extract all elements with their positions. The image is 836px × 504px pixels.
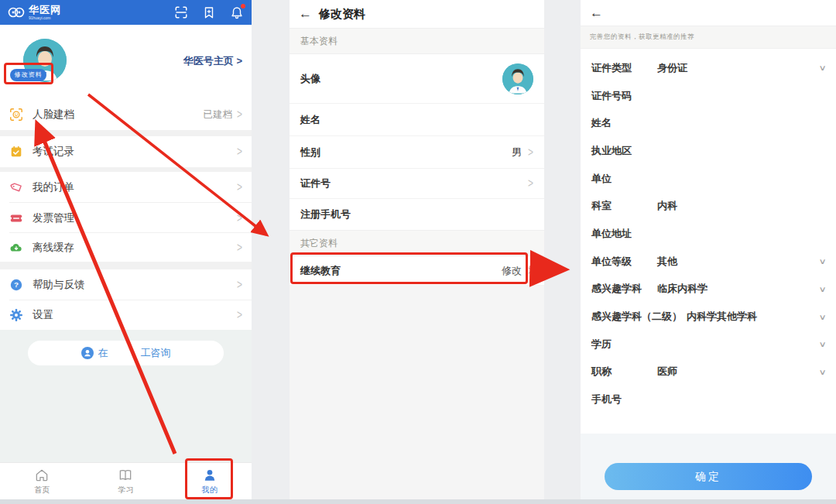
menu-item-offline-cache[interactable]: 离线缓存 > <box>0 233 252 262</box>
settings-gear-icon <box>9 308 23 322</box>
annotation-box-edit-profile <box>4 63 53 84</box>
field-label: 证件号码 <box>591 89 657 103</box>
chevron-right-icon: > <box>528 177 533 190</box>
field-label: 科室 <box>591 199 657 213</box>
row-name[interactable]: 姓名 <box>290 104 544 136</box>
tab-home[interactable]: 首页 <box>0 463 84 499</box>
study-book-icon <box>118 468 133 483</box>
menu-label: 我的订单 <box>33 180 74 194</box>
menu-label: 人脸建档 <box>33 108 74 122</box>
consult-label-suffix: 工咨询 <box>141 346 171 360</box>
app-title: 华医网 <box>29 5 61 15</box>
field-label: 学历 <box>591 338 657 351</box>
chevron-right-icon: > <box>237 180 242 194</box>
row-gender[interactable]: 性别 男 > <box>290 136 544 169</box>
screen-edit-profile: ← 修改资料 基本资料 头像 姓名 性别 <box>290 0 544 499</box>
row-label: 性别 <box>300 146 320 159</box>
scan-icon[interactable] <box>174 5 188 19</box>
field-value: 身份证 <box>657 61 687 75</box>
field-interest-subject[interactable]: 感兴趣学科 临床内科学 ∨ <box>581 276 836 303</box>
app-subtitle: 91huayi.com <box>29 16 61 20</box>
chevron-down-icon: ∨ <box>818 340 826 348</box>
chevron-down-icon: ∨ <box>818 63 826 72</box>
invoice-ticket-icon <box>9 211 23 225</box>
gender-value: 男 <box>512 146 522 159</box>
form-footer: 确定 <box>581 434 836 499</box>
row-registered-phone[interactable]: 注册手机号 <box>290 199 544 230</box>
tab-study[interactable]: 学习 <box>84 463 167 499</box>
field-name[interactable]: 姓名 <box>581 109 836 137</box>
app-logo: 华医网 91huayi.com <box>8 5 61 20</box>
consult-chat-icon <box>81 347 94 359</box>
field-value: 其他 <box>657 255 677 269</box>
field-label: 手机号 <box>591 393 657 406</box>
menu-label: 帮助与反馈 <box>33 278 85 292</box>
menu-item-invoice[interactable]: 发票管理 > <box>0 203 252 233</box>
row-id-number[interactable]: 证件号 > <box>290 169 544 199</box>
field-id-type[interactable]: 证件类型 身份证 ∨ <box>581 54 836 82</box>
menu-item-exam-records[interactable]: 考试记录 > <box>0 136 252 167</box>
chevron-down-icon: ∨ <box>818 285 826 293</box>
field-label: 单位 <box>591 172 657 186</box>
field-professional-title[interactable]: 职称 医师 ∨ <box>581 358 836 386</box>
field-label: 感兴趣学科 <box>591 282 657 296</box>
field-id-number[interactable]: 证件号码 <box>581 82 836 110</box>
field-practice-region[interactable]: 执业地区 <box>581 137 836 165</box>
bell-icon[interactable] <box>230 5 244 19</box>
face-scan-icon <box>9 108 23 122</box>
bottom-strip <box>0 499 836 504</box>
chevron-right-icon: > <box>237 240 242 254</box>
notification-badge <box>241 4 245 9</box>
online-consult-button[interactable]: 在 工咨询 <box>28 341 224 365</box>
field-department[interactable]: 科室 内科 <box>581 192 836 220</box>
field-label: 职称 <box>591 365 657 379</box>
field-workplace[interactable]: 单位 <box>581 165 836 193</box>
field-label: 单位地址 <box>591 227 657 241</box>
huayi-homepage-link[interactable]: 华医号主页 > <box>183 54 242 68</box>
menu-item-help-feedback[interactable]: ? 帮助与反馈 > <box>0 269 252 300</box>
tab-label: 学习 <box>118 485 133 495</box>
home-icon <box>34 468 50 483</box>
chevron-right-icon: > <box>237 277 242 291</box>
page-title: 修改资料 <box>319 7 365 22</box>
consult-label-prefix: 在 <box>98 346 108 360</box>
field-education-level[interactable]: 学历 ∨ <box>581 331 836 358</box>
chevron-down-icon: ∨ <box>818 313 826 321</box>
field-interest-subject-level2[interactable]: 感兴趣学科（二级） 内科学其他学科 ∨ <box>581 303 836 331</box>
annotation-box-continuing-education <box>290 252 528 284</box>
field-label: 姓名 <box>591 116 657 130</box>
field-label: 单位等级 <box>591 255 657 269</box>
back-icon[interactable]: ← <box>299 6 319 22</box>
field-value: 医师 <box>657 365 677 379</box>
menu-item-face-archive[interactable]: 人脸建档 已建档 > <box>0 99 252 130</box>
confirm-button[interactable]: 确定 <box>605 463 812 490</box>
chevron-right-icon: > <box>528 145 533 159</box>
field-label: 感兴趣学科（二级） <box>591 310 682 324</box>
row-avatar[interactable]: 头像 <box>290 54 544 104</box>
field-workplace-level[interactable]: 单位等级 其他 ∨ <box>581 248 836 276</box>
bookmark-add-icon[interactable] <box>202 5 216 19</box>
field-phone[interactable]: 手机号 <box>581 386 836 413</box>
back-icon[interactable]: ← <box>590 5 610 21</box>
redaction-block <box>113 348 136 358</box>
field-workplace-address[interactable]: 单位地址 <box>581 220 836 248</box>
field-value: 内科学其他学科 <box>687 310 757 324</box>
section-header-basic: 基本资料 <box>290 28 544 54</box>
row-label: 注册手机号 <box>300 207 351 221</box>
exam-record-icon <box>9 145 23 159</box>
menu-item-my-orders[interactable]: 我的订单 > <box>0 172 252 202</box>
tab-label: 首页 <box>34 485 50 495</box>
help-icon: ? <box>9 278 23 292</box>
chevron-right-icon: > <box>237 211 242 225</box>
app-header: 华医网 91huayi.com <box>0 0 252 25</box>
lower-background: 在 工咨询 <box>0 330 252 462</box>
field-label: 证件类型 <box>591 61 657 75</box>
chevron-right-icon: > <box>237 308 242 322</box>
field-value: 临床内科学 <box>657 282 708 296</box>
annotation-box-my-tab <box>185 458 233 499</box>
walkthrough-page: 华医网 91huayi.com <box>0 0 836 504</box>
form-hint: 完善您的资料，获取更精准的推荐 <box>581 26 836 49</box>
menu-label: 考试记录 <box>33 145 74 159</box>
row-label: 姓名 <box>300 113 320 127</box>
menu-item-settings[interactable]: 设置 > <box>0 300 252 330</box>
